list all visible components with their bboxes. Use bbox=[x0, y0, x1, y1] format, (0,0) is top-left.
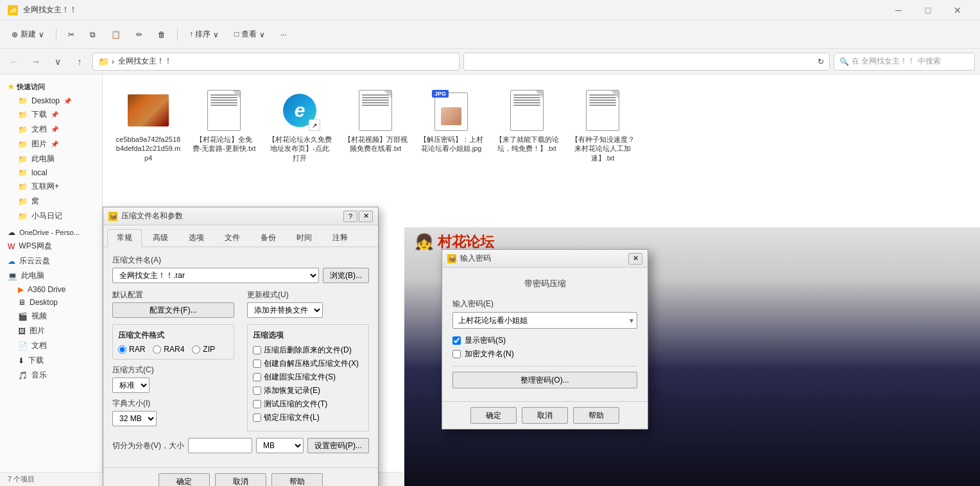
file-item-jpg[interactable]: JPG 【解压密码】：上村花论坛看小姐姐.jpg bbox=[416, 85, 486, 168]
txt-icon-4 bbox=[586, 90, 619, 131]
radio-rar[interactable]: RAR bbox=[118, 345, 145, 354]
new-button[interactable]: ⊕ 新建 ∨ bbox=[5, 24, 51, 45]
sidebar-item-pictures2[interactable]: 🖼 图片 bbox=[0, 324, 102, 338]
sidebar-item-downloads[interactable]: 📁 下载 📌 bbox=[0, 107, 102, 122]
close-button[interactable]: ✕ bbox=[943, 0, 972, 21]
delete-icon: 🗑 bbox=[158, 30, 166, 39]
rename-button[interactable]: ✏ bbox=[130, 24, 149, 45]
rar-ok-button[interactable]: 确定 bbox=[159, 473, 210, 486]
sidebar-item-downloads2[interactable]: ⬇ 下载 bbox=[0, 353, 102, 368]
sidebar-item-docs[interactable]: 📁 文档 📌 bbox=[0, 122, 102, 137]
copy-button[interactable]: ⧉ bbox=[83, 24, 102, 45]
dict-select[interactable]: 32 MB bbox=[112, 411, 157, 426]
opt-solid[interactable]: 创建固实压缩文件(S) bbox=[253, 372, 363, 383]
maximize-button[interactable]: □ bbox=[913, 0, 943, 21]
minimize-button[interactable]: ─ bbox=[884, 0, 913, 21]
rar-tab-options[interactable]: 选项 bbox=[179, 229, 214, 247]
opt-selfextract[interactable]: 创建自解压格式压缩文件(X) bbox=[253, 358, 363, 369]
vol-row: 切分为分卷(V)，大小 MB 设置密码(P)... bbox=[112, 438, 369, 453]
show-pwd-check[interactable] bbox=[452, 336, 461, 345]
sidebar-item-music[interactable]: 🎵 音乐 bbox=[0, 368, 102, 383]
rar-tab-time[interactable]: 时间 bbox=[287, 229, 322, 247]
pwd-help-button[interactable]: 帮助 bbox=[573, 407, 619, 424]
pwd-input[interactable] bbox=[452, 312, 637, 329]
rar-dialog-controls: ? ✕ bbox=[343, 211, 373, 222]
manage-pwd-button[interactable]: 整理密码(O)... bbox=[452, 372, 637, 388]
recent-button[interactable]: ∨ bbox=[49, 53, 67, 71]
sidebar-item-diary[interactable]: 📁 小马日记 bbox=[0, 209, 102, 223]
update-mode-select[interactable]: 添加并替换文件 bbox=[247, 302, 323, 318]
title-bar-left: 📁 全网找女主！！ bbox=[8, 4, 77, 15]
view-button[interactable]: □ 查看 ∨ bbox=[228, 24, 271, 45]
file-item-txt1[interactable]: 【村花论坛】全免费-无套路-更新快.txt bbox=[189, 85, 259, 168]
sort-button[interactable]: ↑ 排序 ∨ bbox=[183, 24, 225, 45]
opt-delete[interactable]: 压缩后删除原来的文件(D) bbox=[253, 345, 363, 356]
paste-button[interactable]: 📋 bbox=[105, 24, 127, 45]
sidebar-item-desktop[interactable]: 📁 Desktop 📌 bbox=[0, 94, 102, 107]
sidebar-item-documents2[interactable]: 📄 文档 bbox=[0, 338, 102, 353]
search-box[interactable]: 🔍 在 全网找女主！！ 中搜索 bbox=[834, 53, 975, 71]
split-unit-select[interactable]: MB bbox=[256, 438, 304, 453]
config-file-button[interactable]: 配置文件(F)... bbox=[112, 302, 234, 318]
file-item-edge[interactable]: e ↗ 【村花论坛永久免费地址发布页】-点此打开 bbox=[264, 85, 335, 168]
rar-help-button[interactable]: 帮助 bbox=[271, 473, 323, 486]
browse-button[interactable]: 浏览(B)... bbox=[323, 268, 369, 283]
compression-format: RAR RAR4 ZIP bbox=[118, 345, 228, 354]
sidebar-item-wps[interactable]: W WPS网盘 bbox=[0, 239, 102, 254]
encrypt-names-check[interactable] bbox=[452, 350, 461, 358]
compression-way-select[interactable]: 标准 bbox=[112, 378, 150, 393]
sidebar-item-a360[interactable]: ▶ A360 Drive bbox=[0, 283, 102, 296]
radio-zip[interactable]: ZIP bbox=[192, 345, 215, 354]
file-item-txt3[interactable]: 【来了就能下载的论坛，纯免费！】.txt bbox=[492, 85, 562, 168]
forward-button[interactable]: → bbox=[27, 53, 45, 71]
sidebar-item-local[interactable]: 📁 local bbox=[0, 166, 102, 179]
file-item-video[interactable]: ce5bba9a742fa2518b4defda12c21d59.mp4 bbox=[113, 85, 184, 168]
wps-icon: W bbox=[8, 242, 15, 251]
rar-tab-normal[interactable]: 常规 bbox=[107, 229, 142, 247]
rar-dialog: 📦 压缩文件名和参数 ? ✕ 常规 高级 选项 文件 备份 时间 注释 压缩文件… bbox=[103, 207, 379, 486]
pwd-close-btn[interactable]: ✕ bbox=[628, 253, 642, 265]
radio-rar4[interactable]: RAR4 bbox=[153, 345, 184, 354]
rar-tab-backup[interactable]: 备份 bbox=[251, 229, 286, 247]
opt-recovery[interactable]: 添加恢复记录(E) bbox=[253, 385, 363, 396]
sidebar-item-desktop2[interactable]: 🖥 Desktop bbox=[0, 296, 102, 309]
sidebar-item-thispc[interactable]: 📁 此电脑 bbox=[0, 152, 102, 166]
pwd-cancel-button[interactable]: 取消 bbox=[522, 407, 568, 424]
sidebar-item-internet[interactable]: 📁 互联网+ bbox=[0, 179, 102, 194]
pwd-ok-button[interactable]: 确定 bbox=[470, 407, 517, 424]
cut-button[interactable]: ✂ bbox=[62, 24, 81, 45]
pwd-title-bar: 📦 输入密码 ✕ bbox=[442, 250, 648, 268]
address-refresh[interactable]: ↻ bbox=[463, 53, 830, 71]
filename-select[interactable]: 全网找女主！！.rar bbox=[112, 268, 319, 283]
rar-close-btn[interactable]: ✕ bbox=[359, 211, 373, 222]
sidebar-item-leyun[interactable]: ☁ 乐云云盘 bbox=[0, 254, 102, 268]
sidebar-item-onedrive[interactable]: ☁ OneDrive - Perso... bbox=[0, 226, 102, 239]
rar-cancel-button[interactable]: 取消 bbox=[215, 473, 266, 486]
rar-tab-comment[interactable]: 注释 bbox=[323, 229, 357, 247]
rar-tab-files[interactable]: 文件 bbox=[215, 229, 250, 247]
opt-test[interactable]: 测试压缩的文件(T) bbox=[253, 399, 363, 410]
opt-lock[interactable]: 锁定压缩文件(L) bbox=[253, 412, 363, 423]
sidebar-item-video[interactable]: 🎬 视频 bbox=[0, 309, 102, 324]
file-item-txt4[interactable]: 【有种子知没速度？来村花论坛人工加速】.txt bbox=[567, 85, 638, 168]
split-input[interactable] bbox=[188, 438, 252, 453]
format-options-row: 压缩文件格式 RAR RAR4 ZIP bbox=[112, 324, 369, 431]
file-item-txt2[interactable]: 【村花视频】万部视频免费在线看.txt bbox=[340, 85, 411, 168]
delete-button[interactable]: 🗑 bbox=[151, 24, 172, 45]
address-box[interactable]: 📁 › 全网找女主！！ bbox=[92, 53, 460, 71]
sidebar-item-pictures[interactable]: 📁 图片 📌 bbox=[0, 137, 102, 152]
quick-access-header[interactable]: ★ 快速访问 bbox=[0, 80, 102, 94]
show-pwd-checkbox[interactable]: 显示密码(S) bbox=[452, 335, 637, 346]
rar-help-icon[interactable]: ? bbox=[343, 211, 357, 222]
file-name-txt1: 【村花论坛】全免费-无套路-更新快.txt bbox=[191, 135, 257, 153]
options-label: 压缩选项 bbox=[253, 330, 363, 341]
set-password-button[interactable]: 设置密码(P)... bbox=[307, 438, 369, 453]
pwd-dropdown-icon[interactable]: ▼ bbox=[628, 317, 635, 324]
up-button[interactable]: ↑ bbox=[71, 53, 89, 71]
sidebar-item-mypc[interactable]: 💻 此电脑 bbox=[0, 268, 102, 283]
back-button[interactable]: ← bbox=[5, 53, 23, 71]
sidebar-item-wo[interactable]: 📁 窝 bbox=[0, 194, 102, 209]
encrypt-names-checkbox[interactable]: 加密文件名(N) bbox=[452, 349, 637, 360]
rar-tab-advanced[interactable]: 高级 bbox=[143, 229, 178, 247]
more-button[interactable]: ··· bbox=[274, 24, 293, 45]
